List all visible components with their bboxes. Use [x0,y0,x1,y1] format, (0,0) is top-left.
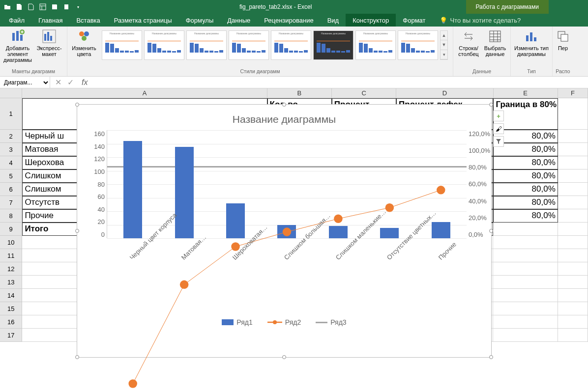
col-header-D[interactable]: D [396,88,493,98]
move-chart-button[interactable]: Пер [556,28,570,51]
style-item-5[interactable]: Название диаграммы [271,30,311,60]
row-header[interactable]: 2 [0,130,22,143]
cell[interactable] [558,183,588,196]
cell[interactable] [558,249,588,262]
row-header[interactable]: 13 [0,276,22,289]
calc-icon[interactable] [37,1,48,12]
paste-icon[interactable] [61,1,72,12]
col-header-B[interactable]: B [267,88,332,98]
tab-chart-format[interactable]: Формат [396,14,432,27]
add-chart-element-button[interactable]: Добавить элемент диаграммы [3,28,32,63]
resize-handle[interactable] [75,229,79,233]
chart-title[interactable]: Название диаграммы [77,105,491,130]
cell[interactable] [558,98,588,130]
change-chart-type-button[interactable]: Изменить тип диаграммы [514,28,549,57]
col-header-C[interactable]: C [332,88,396,98]
formula-input[interactable] [90,79,588,86]
cell[interactable]: 80,0% [493,169,558,183]
row-header[interactable]: 17 [0,329,22,342]
tell-me-search[interactable]: 💡 Что вы хотите сделать? [433,14,588,27]
row-header[interactable]: 14 [0,289,22,302]
cell[interactable] [493,289,558,302]
cell[interactable] [558,156,588,169]
row-header[interactable]: 4 [0,156,22,169]
style-item-3[interactable]: Название диаграммы [186,30,227,60]
cell[interactable] [558,315,588,329]
row-header[interactable]: 12 [0,262,22,276]
style-item-8[interactable]: Название диаграммы [398,30,438,60]
cell[interactable]: 80,0% [493,183,558,196]
cell[interactable] [558,223,588,236]
resize-handle[interactable] [75,355,79,359]
doc-icon[interactable] [26,1,36,12]
tab-home[interactable]: Главная [31,14,69,27]
row-header[interactable]: 10 [0,236,22,249]
cell[interactable]: 80,0% [493,196,558,209]
row-header[interactable]: 3 [0,143,22,156]
cell[interactable]: 80,0% [493,156,558,169]
cell[interactable] [558,236,588,249]
cell[interactable] [558,169,588,183]
cell[interactable] [493,249,558,262]
name-box[interactable]: Диаграм... [0,77,50,88]
cell[interactable] [558,302,588,315]
gallery-up-icon[interactable]: ▲ [441,31,447,40]
gallery-down-icon[interactable]: ▼ [441,40,447,50]
style-item-4[interactable]: Название диаграммы [229,30,269,60]
cell[interactable] [493,223,558,236]
cell[interactable] [558,329,588,342]
cell[interactable] [558,196,588,209]
row-header[interactable]: 11 [0,249,22,262]
select-data-button[interactable]: Выбрать данные [483,28,507,57]
tab-chart-design[interactable]: Конструктор [346,14,396,27]
row-header[interactable]: 9 [0,223,22,236]
qat-dropdown-icon[interactable]: ▾ [73,1,84,12]
cell[interactable] [493,262,558,276]
save-icon[interactable] [49,1,60,12]
tab-formulas[interactable]: Формулы [179,14,221,27]
cell[interactable] [493,329,558,342]
new-icon[interactable] [14,1,25,12]
switch-row-column-button[interactable]: Строка/ столбец [456,28,481,57]
gallery-more-icon[interactable]: ▾ [441,50,447,59]
name-box-select[interactable]: Диаграм... [0,79,50,86]
y-axis-right[interactable]: 120,0%100,0%80,0%60,0%40,0%20,0%0,0% [469,130,494,238]
chart-plot-area[interactable]: 160140120100806040200 120,0%100,0%80,0%6… [107,130,467,238]
col-header-A[interactable]: A [22,88,267,98]
col-header-E[interactable]: E [494,88,558,98]
cell[interactable] [558,276,588,289]
cell[interactable] [558,262,588,276]
cell[interactable] [558,143,588,156]
cell[interactable] [558,209,588,223]
y-axis-left[interactable]: 160140120100806040200 [87,130,105,238]
cell[interactable] [493,302,558,315]
style-item-1[interactable]: Название диаграммы [102,30,142,60]
row-header[interactable]: 6 [0,183,22,196]
worksheet-grid[interactable]: A B C D E F 1 Кол-во Процент Процент деф… [0,88,588,392]
select-all-corner[interactable] [0,88,22,98]
row-header[interactable]: 1 [0,98,22,130]
style-item-2[interactable]: Название диаграммы [144,30,184,60]
tab-view[interactable]: Вид [321,14,346,27]
chart-styles-button[interactable]: 🖌 [493,123,504,134]
col-header-F[interactable]: F [558,88,588,98]
tab-insert[interactable]: Вставка [69,14,107,27]
tab-file[interactable]: Файл [2,14,31,27]
chart-object[interactable]: + 🖌 Название диаграммы 16014012010080604… [77,104,492,358]
row-header[interactable]: 5 [0,169,22,183]
row-header[interactable]: 8 [0,209,22,223]
fx-icon[interactable]: fx [79,78,90,87]
quick-layout-button[interactable]: Экспресс-макет [34,28,64,57]
change-colors-button[interactable]: Изменить цвета [70,28,98,57]
cancel-icon[interactable]: ✕ [53,78,63,87]
row-header[interactable]: 15 [0,302,22,315]
chart-filters-button[interactable] [493,136,504,147]
cell[interactable]: 80,0% [493,209,558,223]
resize-handle[interactable] [282,103,286,107]
style-item-6[interactable]: Название диаграммы [313,30,353,60]
resize-handle[interactable] [489,103,493,107]
tab-data[interactable]: Данные [220,14,257,27]
row-header[interactable]: 7 [0,196,22,209]
cell[interactable] [493,315,558,329]
series-2-line[interactable] [107,130,467,392]
